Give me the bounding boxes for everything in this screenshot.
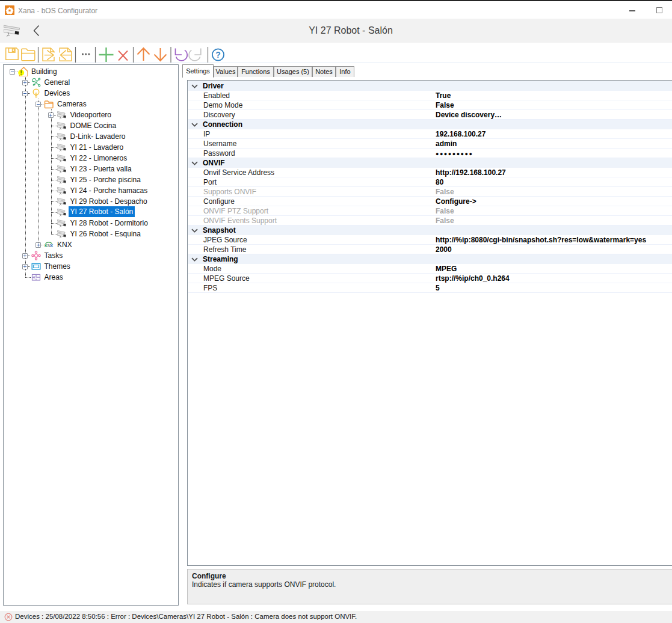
svg-text:?: ? (215, 50, 221, 60)
svg-text:X: X (51, 244, 54, 248)
svg-text:!: ! (20, 69, 22, 76)
